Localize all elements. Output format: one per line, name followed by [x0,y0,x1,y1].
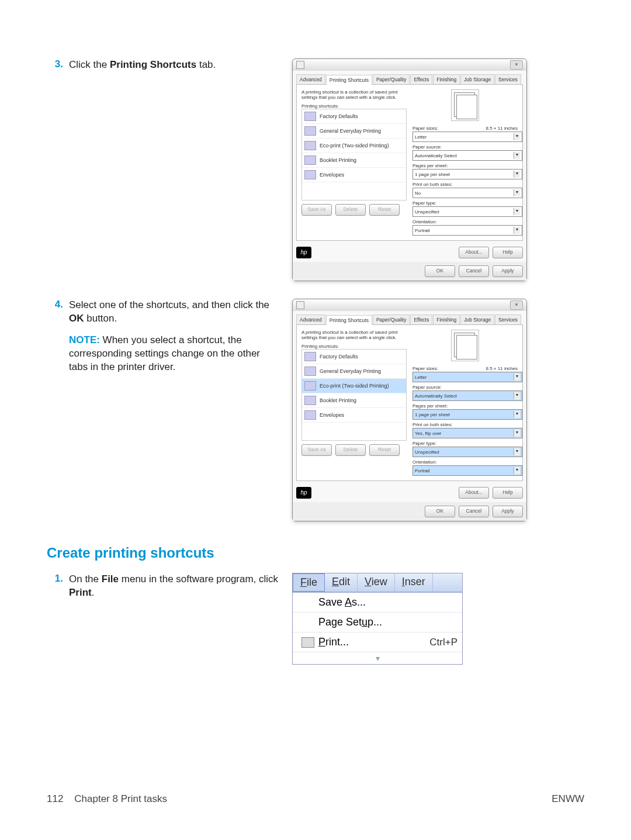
menu-edit[interactable]: Edit [325,573,358,592]
shortcut-item[interactable]: Factory Defaults [302,350,406,364]
tab-effects[interactable]: Effects [410,314,432,324]
paper-type-select[interactable]: Unspecified▾ [412,447,522,457]
ok-button[interactable]: OK [425,265,455,277]
both-sides-select[interactable]: No▾ [412,188,522,198]
orientation-select[interactable]: Portrait▾ [412,225,522,236]
menu-file[interactable]: File [293,573,325,592]
apply-button[interactable]: Apply [493,265,523,277]
shortcut-icon [304,352,316,361]
menu-view[interactable]: View [358,573,395,592]
dialog-description: A printing shortcut is a collection of s… [301,89,407,100]
tab-advanced[interactable]: Advanced [296,74,325,84]
help-button[interactable]: Help [493,487,523,499]
page-preview [451,89,479,121]
tab-paper-quality[interactable]: Paper/Quality [373,74,410,84]
tab-finishing[interactable]: Finishing [433,314,460,324]
chevron-down-icon: ▾ [514,189,520,196]
cancel-button[interactable]: Cancel [459,265,489,277]
orientation-select[interactable]: Portrait▾ [412,465,522,476]
shortcut-item[interactable]: Booklet Printing [302,153,406,168]
chevron-down-icon: ▾ [514,392,520,399]
paper-source-label: Paper source: [412,144,518,150]
apply-button[interactable]: Apply [493,506,523,517]
shortcut-list: Factory Defaults General Everyday Printi… [301,109,407,201]
paper-sizes-select[interactable]: Letter▾ [412,372,522,382]
help-button[interactable]: Help [493,247,523,258]
tab-row: Advanced Printing Shortcuts Paper/Qualit… [296,74,523,85]
pages-per-sheet-label: Pages per sheet: [412,403,518,409]
delete-button[interactable]: Delete [335,204,366,216]
shortcut-item[interactable]: Eco-print (Two-sided Printing) [302,139,406,153]
paper-source-select[interactable]: Automatically Select▾ [412,150,522,161]
tab-services[interactable]: Services [495,314,521,324]
tab-printing-shortcuts[interactable]: Printing Shortcuts [326,75,372,85]
footer-right: ENWW [552,793,584,805]
shortcut-icon [304,381,316,390]
print-shortcut-key: Ctrl+P [429,637,457,648]
step-4-number: 4. [47,299,63,310]
shortcut-item[interactable]: General Everyday Printing [302,364,406,379]
tab-printing-shortcuts[interactable]: Printing Shortcuts [326,315,372,325]
both-sides-label: Print on both sides: [412,182,518,187]
paper-type-label: Paper type: [412,441,518,446]
pages-per-sheet-select[interactable]: 1 page per sheet▾ [412,169,522,179]
tab-advanced[interactable]: Advanced [296,314,325,324]
tab-row: Advanced Printing Shortcuts Paper/Qualit… [296,314,523,325]
shortcut-item[interactable]: Booklet Printing [302,393,406,408]
delete-button[interactable]: Delete [335,444,366,456]
about-button[interactable]: About... [459,247,489,258]
shortcut-icon [304,112,316,121]
step-3-text: Click the Printing Shortcuts tab. [69,58,216,72]
both-sides-select[interactable]: Yes, flip over▾ [412,428,522,438]
shortcut-icon [304,396,316,405]
step-4-text: Select one of the shortcuts, and then cl… [69,299,280,374]
paper-sizes-select[interactable]: Letter▾ [412,132,522,142]
shortcut-icon [304,367,316,376]
about-button[interactable]: About... [459,487,489,499]
tab-finishing[interactable]: Finishing [433,74,460,84]
close-button[interactable]: × [510,300,523,310]
step-4-note: NOTE: When you select a shortcut, the co… [69,334,280,374]
section-heading: Create printing shortcuts [47,545,584,561]
paper-type-select[interactable]: Unspecified▾ [412,206,522,217]
menu-print[interactable]: Print... Ctrl+P [293,632,462,652]
shortcut-item[interactable]: General Everyday Printing [302,124,406,139]
menu-insert[interactable]: Inser [395,573,433,592]
printer-icon [301,637,314,648]
pages-per-sheet-label: Pages per sheet: [412,163,518,168]
chevron-down-icon: ▾ [514,208,520,215]
expand-icon[interactable]: ▾ [293,652,462,664]
tab-job-storage[interactable]: Job Storage [460,74,494,84]
pages-per-sheet-select[interactable]: 1 page per sheet▾ [412,409,522,420]
shortcut-item-selected[interactable]: Eco-print (Two-sided Printing) [302,379,406,393]
page-preview [451,330,479,361]
menu-page-setup[interactable]: Page Setup... [293,613,462,632]
chevron-down-icon: ▾ [514,152,520,159]
dialog-description: A printing shortcut is a collection of s… [301,330,407,340]
close-button[interactable]: × [510,60,523,70]
tab-job-storage[interactable]: Job Storage [460,314,494,324]
both-sides-label: Print on both sides: [412,422,518,427]
page-number: 112 [47,793,63,804]
tab-services[interactable]: Services [495,74,521,84]
shortcut-item[interactable]: Factory Defaults [302,109,406,124]
shortcut-icon [304,410,316,420]
ok-button[interactable]: OK [425,506,455,517]
shortcut-icon [304,155,316,165]
save-as-button[interactable]: Save As [301,444,332,456]
orientation-label: Orientation: [412,219,518,224]
paper-sizes-label: Paper sizes: [412,366,438,371]
reset-button[interactable]: Reset [369,204,400,216]
section2-step-1-row: 1. On the File menu in the software prog… [47,573,584,665]
paper-sizes-label: Paper sizes: [412,126,438,131]
file-menu: File Edit View Inser Save As... Page Set… [292,573,463,665]
menu-save-as[interactable]: Save As... [293,593,462,613]
shortcut-item[interactable]: Envelopes [302,168,406,182]
save-as-button[interactable]: Save As [301,204,332,216]
tab-effects[interactable]: Effects [410,74,432,84]
tab-paper-quality[interactable]: Paper/Quality [373,314,410,324]
shortcut-item[interactable]: Envelopes [302,408,406,423]
reset-button[interactable]: Reset [369,444,400,456]
cancel-button[interactable]: Cancel [459,506,489,517]
paper-source-select[interactable]: Automatically Select▾ [412,390,522,401]
